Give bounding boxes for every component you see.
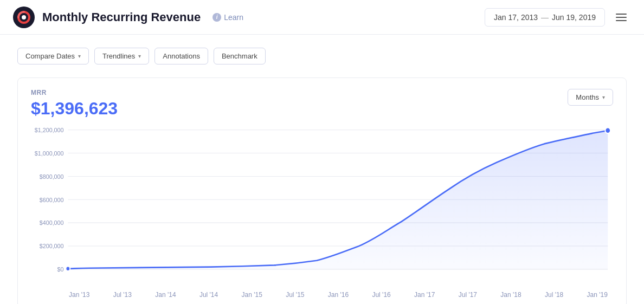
- info-icon: i: [212, 13, 221, 22]
- x-label-8: Jan '17: [414, 291, 435, 299]
- svg-point-16: [605, 127, 610, 133]
- x-axis-labels: Jan '13 Jul '13 Jan '14 Jul '14 Jan '15 …: [31, 287, 613, 304]
- chart-header-left: MRR $1,396,623: [31, 89, 568, 119]
- trendlines-label: Trendlines: [102, 52, 135, 60]
- x-label-5: Jul '15: [286, 291, 304, 299]
- date-range-picker[interactable]: Jan 17, 2013 — Jun 19, 2019: [485, 8, 605, 27]
- compare-dates-button[interactable]: Compare Dates ▾: [17, 48, 89, 64]
- x-label-12: Jan '19: [587, 291, 608, 299]
- app-container: Monthly Recurring Revenue i Learn Jan 17…: [0, 0, 644, 304]
- chart-section: MRR $1,396,623 Months ▾: [17, 77, 627, 304]
- date-separator: —: [541, 13, 549, 22]
- svg-text:$1,000,000: $1,000,000: [35, 150, 64, 157]
- mrr-chart: $1,200,000 $1,000,000 $800,000 $600,000 …: [31, 124, 613, 287]
- hamburger-line-1: [616, 14, 627, 15]
- chart-wrapper: $1,200,000 $1,000,000 $800,000 $600,000 …: [31, 124, 613, 287]
- x-label-9: Jul '17: [459, 291, 477, 299]
- main-content: Compare Dates ▾ Trendlines ▾ Annotations…: [0, 35, 644, 304]
- toolbar: Compare Dates ▾ Trendlines ▾ Annotations…: [17, 48, 627, 64]
- date-start: Jan 17, 2013: [494, 13, 538, 22]
- svg-text:$400,000: $400,000: [40, 219, 64, 227]
- header: Monthly Recurring Revenue i Learn Jan 17…: [0, 0, 644, 35]
- benchmark-button[interactable]: Benchmark: [214, 48, 266, 64]
- compare-dates-chevron-icon: ▾: [78, 53, 81, 59]
- hamburger-line-2: [616, 17, 627, 18]
- logo-icon: [13, 7, 35, 28]
- granularity-label: Months: [576, 93, 599, 101]
- x-label-6: Jan '16: [328, 291, 349, 299]
- svg-text:$800,000: $800,000: [40, 173, 64, 180]
- date-end: Jun 19, 2019: [552, 13, 596, 22]
- chart-header: MRR $1,396,623 Months ▾: [31, 89, 613, 119]
- metric-label: MRR: [31, 89, 568, 96]
- x-label-11: Jul '18: [545, 291, 563, 299]
- learn-button[interactable]: i Learn: [208, 11, 248, 24]
- benchmark-label: Benchmark: [222, 52, 257, 60]
- trendlines-button[interactable]: Trendlines ▾: [94, 48, 149, 64]
- trendlines-chevron-icon: ▾: [138, 53, 141, 59]
- x-label-10: Jan '18: [500, 291, 521, 299]
- svg-text:$200,000: $200,000: [40, 243, 64, 250]
- hamburger-menu-button[interactable]: [611, 9, 631, 25]
- learn-label: Learn: [224, 13, 243, 22]
- metric-value: $1,396,623: [31, 99, 568, 119]
- svg-text:$600,000: $600,000: [40, 196, 64, 203]
- hamburger-line-3: [616, 20, 627, 21]
- granularity-dropdown[interactable]: Months ▾: [568, 89, 613, 106]
- annotations-label: Annotations: [163, 52, 200, 60]
- svg-point-1: [22, 15, 26, 20]
- svg-text:$1,200,000: $1,200,000: [35, 127, 64, 134]
- x-label-3: Jul '14: [199, 291, 218, 299]
- annotations-button[interactable]: Annotations: [154, 48, 208, 64]
- x-label-4: Jan '15: [242, 291, 262, 299]
- granularity-chevron-icon: ▾: [602, 94, 605, 100]
- x-label-0: Jan '13: [69, 291, 89, 299]
- compare-dates-label: Compare Dates: [25, 52, 75, 60]
- x-label-1: Jul '13: [113, 291, 132, 299]
- svg-point-17: [66, 267, 70, 271]
- x-label-2: Jan '14: [155, 291, 176, 299]
- x-label-7: Jul '16: [372, 291, 390, 299]
- page-title: Monthly Recurring Revenue: [42, 10, 201, 24]
- svg-text:$0: $0: [57, 266, 64, 273]
